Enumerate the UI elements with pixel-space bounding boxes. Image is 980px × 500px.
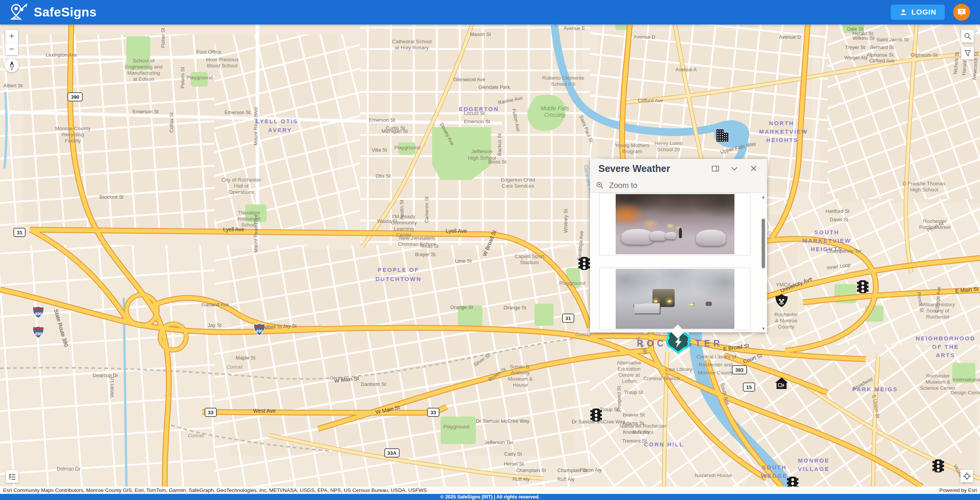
snow-covered-car (650, 231, 666, 241)
svg-text:ARTS: ARTS (936, 352, 955, 358)
svg-text:Edgerton Child: Edgerton Child (501, 177, 535, 183)
svg-text:Prospect St: Prospect St (616, 386, 622, 412)
chevron-down-icon (731, 167, 737, 170)
svg-text:Museum &: Museum & (926, 379, 951, 385)
svg-text:Rochester and: Rochester and (699, 362, 733, 368)
svg-text:AVERY: AVERY (268, 127, 292, 133)
powered-by-esri-link[interactable]: Powered by Esri (939, 487, 977, 493)
svg-text:Emerson St: Emerson St (369, 117, 395, 123)
person-icon (899, 8, 908, 16)
pedestrian-silhouette (679, 228, 682, 238)
svg-text:Central Library of: Central Library of (696, 354, 736, 359)
svg-text:Orange St: Orange St (450, 304, 473, 310)
svg-text:33A: 33A (387, 450, 397, 456)
weather-photo-snow-street[interactable] (616, 194, 734, 254)
filter-button[interactable] (961, 47, 974, 59)
svg-text:Davis St: Davis St (830, 217, 849, 222)
zoom-out-button[interactable]: − (5, 42, 18, 55)
svg-text:Orange St: Orange St (503, 305, 526, 310)
svg-text:Avenue D: Avenue D (779, 34, 801, 40)
basemap[interactable]: 4904904903903131333333A38315Lexington Av… (0, 25, 980, 487)
help-button[interactable]: ? (953, 4, 970, 21)
svg-text:Capelli Sport: Capelli Sport (515, 253, 544, 259)
copyright-text: © 2025 SafeSigns (RIT) | All rights rese… (440, 494, 540, 500)
scrollbar-thumb[interactable] (762, 219, 765, 268)
route-shield-33A: 33A (385, 449, 399, 457)
svg-text:Fisher St: Fisher St (160, 28, 166, 48)
compass-button[interactable] (5, 58, 19, 72)
svg-text:33: 33 (431, 410, 436, 415)
svg-text:?: ? (960, 9, 964, 15)
svg-text:Susan B.: Susan B. (510, 364, 531, 369)
safesigns-logo-icon: RIT (10, 3, 28, 21)
map-canvas[interactable]: 4904904903903131333333A38315Lexington Av… (0, 25, 980, 487)
svg-text:HEIGHTS: HEIGHTS (766, 137, 798, 143)
svg-text:at Edison: at Edison (133, 76, 154, 82)
svg-text:OF THE: OF THE (932, 343, 959, 350)
map-attribution: Esri Community Maps Contributors, Monroe… (0, 487, 980, 494)
svg-text:Alternative: Alternative (617, 360, 641, 366)
map-search-button[interactable] (961, 30, 974, 42)
dock-button[interactable] (709, 162, 722, 175)
collapse-button[interactable] (728, 162, 741, 175)
svg-text:Lyell Ave: Lyell Ave (446, 228, 467, 234)
svg-text:Roberto Clemente: Roberto Clemente (542, 75, 584, 81)
svg-text:Hartford St: Hartford St (826, 208, 850, 214)
zoom-in-button[interactable]: + (5, 30, 18, 42)
svg-text:School of: School of (133, 58, 155, 64)
svg-text:Avenue E: Avenue E (564, 25, 585, 31)
scroll-down-button[interactable]: ▼ (760, 325, 766, 332)
scroll-up-button[interactable]: ▲ (760, 194, 766, 200)
svg-text:Albert St: Albert St (3, 83, 23, 88)
locate-button[interactable] (960, 470, 973, 482)
svg-text:Colfax St: Colfax St (169, 112, 174, 132)
snow-covered-car (621, 229, 654, 245)
svg-text:Roosevelt: Roosevelt (238, 216, 261, 222)
svg-text:Varian Ln: Varian Ln (109, 377, 115, 398)
login-button[interactable]: LOGIN (891, 5, 945, 20)
svg-text:SOUTH: SOUTH (814, 229, 839, 235)
search-icon (964, 33, 972, 40)
svg-text:490: 490 (35, 332, 42, 336)
svg-text:Ruff Aly: Ruff Aly (557, 476, 575, 482)
zoom-to-action[interactable]: Zoom to (590, 178, 767, 193)
close-button[interactable] (747, 162, 760, 175)
svg-text:PARK MEIGS: PARK MEIGS (852, 386, 898, 392)
traffic-marker[interactable] (590, 408, 602, 422)
svg-text:Young Mothers: Young Mothers (615, 142, 650, 148)
svg-text:Rochester: Rochester (926, 373, 950, 379)
popup-header: Severe Weather (590, 159, 767, 178)
svg-text:New Jerusalem: New Jerusalem (399, 235, 434, 241)
svg-text:West Ave: West Ave (253, 408, 276, 414)
app-footer: © 2025 SafeSigns (RIT) | All rights rese… (0, 494, 980, 500)
traffic-marker[interactable] (578, 257, 590, 270)
svg-text:Rochester: Rochester (774, 312, 798, 317)
svg-text:Dearcop Dr: Dearcop Dr (93, 373, 118, 378)
svg-text:Community: Community (391, 220, 417, 225)
svg-text:Whitney St: Whitney St (563, 209, 569, 233)
svg-text:Anthony: Anthony (511, 370, 530, 376)
traffic-marker[interactable] (857, 280, 869, 293)
attachment-card[interactable] (599, 193, 751, 255)
svg-text:School 20: School 20 (657, 147, 680, 152)
svg-text:Public Market: Public Market (919, 224, 951, 230)
attachment-card[interactable] (599, 268, 751, 330)
svg-text:Mason St: Mason St (470, 31, 491, 37)
svg-text:NORTH: NORTH (769, 120, 794, 126)
popup-content: ▲ ▼ (590, 193, 767, 332)
svg-text:Post Office: Post Office (196, 49, 221, 55)
svg-text:Beaver St: Beaver St (623, 412, 644, 418)
weather-photo-snow-plow[interactable] (616, 269, 734, 329)
svg-text:15: 15 (746, 384, 752, 390)
svg-text:City of Rochester: City of Rochester (221, 177, 261, 183)
svg-text:NEIGHBORHOOD: NEIGHBORHOOD (916, 335, 975, 342)
svg-text:High School: High School (468, 155, 496, 161)
svg-text:Ruff Aly: Ruff Aly (513, 476, 530, 482)
svg-text:Monroe County: Monroe County (55, 126, 91, 131)
svg-text:RIT: RIT (14, 16, 19, 20)
legend-button[interactable] (6, 470, 18, 483)
svg-text:& Monroe: & Monroe (775, 318, 798, 324)
svg-text:Middle Falls: Middle Falls (541, 105, 569, 111)
traffic-marker[interactable] (932, 459, 944, 472)
svg-text:Tremont St: Tremont St (622, 438, 647, 444)
